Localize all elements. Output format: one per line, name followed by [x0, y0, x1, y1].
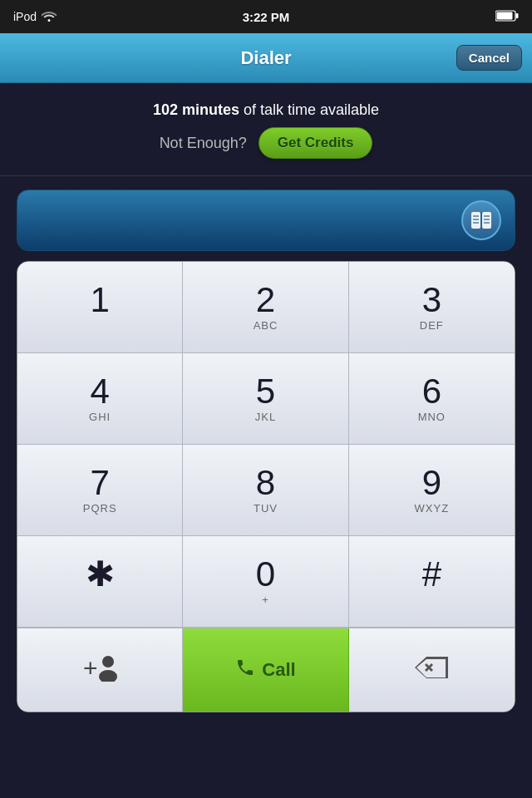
- minutes-text: 102 minutes of talk time available: [17, 101, 515, 119]
- status-left: iPod: [13, 10, 57, 24]
- key-star[interactable]: ✱: [17, 536, 183, 628]
- svg-point-13: [102, 656, 114, 667]
- call-button[interactable]: Call: [183, 628, 348, 712]
- phone-display: [17, 190, 515, 251]
- key-9[interactable]: 9 WXYZ: [349, 445, 515, 536]
- keypad-grid: 1 2 ABC 3 DEF 4 GHI 5 JKL 6 MNO: [17, 262, 515, 628]
- svg-rect-3: [471, 212, 480, 229]
- dialer-area: 1 2 ABC 3 DEF 4 GHI 5 JKL 6 MNO: [0, 176, 532, 721]
- backspace-button[interactable]: [349, 628, 515, 712]
- wifi-icon: [42, 10, 57, 24]
- key-hash[interactable]: #: [349, 536, 515, 628]
- key-5[interactable]: 5 JKL: [183, 353, 348, 445]
- key-4[interactable]: 4 GHI: [17, 353, 183, 445]
- key-0[interactable]: 0 +: [183, 536, 348, 628]
- keypad-bottom-row: + Call: [17, 628, 515, 712]
- minutes-count: 102 minutes: [153, 101, 239, 118]
- contacts-button[interactable]: [461, 200, 501, 240]
- status-time: 3:22 PM: [243, 10, 290, 24]
- key-3[interactable]: 3 DEF: [349, 262, 515, 353]
- nav-bar: Dialer Cancel: [0, 33, 532, 83]
- not-enough-row: Not Enough? Get Credits: [17, 127, 515, 159]
- key-1[interactable]: 1: [17, 262, 183, 353]
- key-2[interactable]: 2 ABC: [183, 262, 348, 353]
- status-bar: iPod 3:22 PM: [0, 0, 532, 33]
- cancel-button[interactable]: Cancel: [456, 45, 522, 71]
- battery-icon: [495, 10, 519, 24]
- svg-rect-4: [482, 212, 491, 229]
- key-8[interactable]: 8 TUV: [183, 445, 348, 536]
- nav-title: Dialer: [240, 47, 291, 69]
- key-7[interactable]: 7 PQRS: [17, 445, 183, 536]
- add-contact-button[interactable]: +: [17, 628, 183, 712]
- add-contact-icon: +: [81, 652, 118, 688]
- get-credits-button[interactable]: Get Credits: [259, 127, 373, 159]
- backspace-icon: [413, 654, 450, 687]
- not-enough-label: Not Enough?: [160, 135, 247, 152]
- svg-rect-1: [497, 12, 513, 19]
- call-label: Call: [262, 659, 295, 681]
- keypad: 1 2 ABC 3 DEF 4 GHI 5 JKL 6 MNO: [17, 261, 515, 712]
- status-right: [495, 10, 519, 24]
- device-label: iPod: [13, 10, 37, 23]
- minutes-suffix: of talk time available: [239, 101, 379, 118]
- svg-text:+: +: [83, 654, 98, 682]
- svg-rect-2: [516, 13, 519, 18]
- svg-point-14: [99, 670, 117, 682]
- phone-icon: [235, 658, 255, 682]
- key-6[interactable]: 6 MNO: [349, 353, 515, 445]
- info-section: 102 minutes of talk time available Not E…: [0, 83, 532, 176]
- svg-rect-5: [480, 212, 482, 229]
